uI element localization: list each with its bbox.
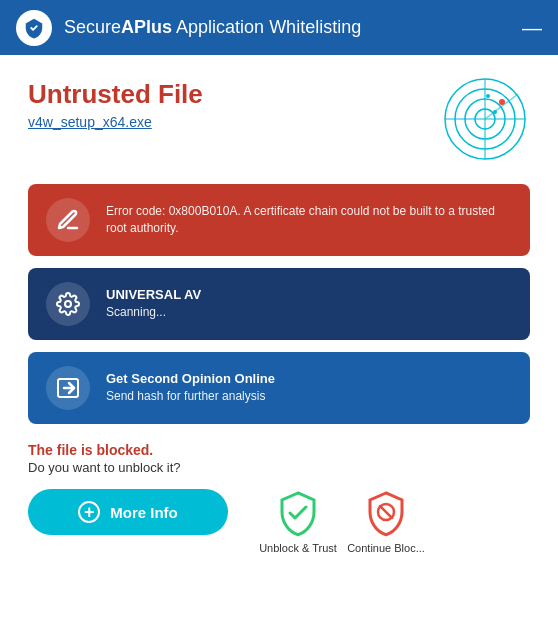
svg-line-14: [380, 506, 392, 518]
second-opinion-card[interactable]: Get Second Opinion Online Send hash for …: [28, 352, 530, 424]
radar-icon: [440, 74, 530, 164]
universal-av-title: UNIVERSAL AV: [106, 287, 201, 302]
main-content: Untrusted File v4w_setup_x64.exe: [0, 55, 558, 644]
app-logo: [16, 10, 52, 46]
title-bar: SecureAPlus Application Whitelisting —: [0, 0, 558, 55]
more-info-button[interactable]: + More Info: [28, 489, 228, 535]
unblock-trust-button[interactable]: Unblock & Trust: [258, 489, 338, 555]
close-button[interactable]: —: [522, 18, 542, 38]
action-area: + More Info Unblock & Trust: [28, 489, 530, 555]
second-opinion-title: Get Second Opinion Online: [106, 371, 275, 386]
universal-av-card: UNIVERSAL AV Scanning...: [28, 268, 530, 340]
second-opinion-content: Get Second Opinion Online Send hash for …: [106, 371, 275, 405]
error-card-content: Error code: 0x800B010A. A certificate ch…: [106, 203, 512, 237]
more-info-label: More Info: [110, 504, 178, 521]
svg-point-8: [493, 110, 497, 114]
header-text: Untrusted File v4w_setup_x64.exe: [28, 79, 430, 130]
svg-point-7: [499, 99, 505, 105]
trust-actions: Unblock & Trust Continue Bloc...: [258, 489, 426, 555]
unblock-question: Do you want to unblock it?: [28, 460, 530, 475]
continue-block-button[interactable]: Continue Bloc...: [346, 489, 426, 555]
plus-circle-icon: +: [78, 501, 100, 523]
second-opinion-subtitle: Send hash for further analysis: [106, 388, 275, 405]
app-title: SecureAPlus Application Whitelisting: [64, 17, 522, 38]
header-area: Untrusted File v4w_setup_x64.exe: [28, 79, 530, 164]
svg-point-9: [486, 94, 490, 98]
unblock-trust-label: Unblock & Trust: [259, 541, 337, 555]
universal-av-content: UNIVERSAL AV Scanning...: [106, 287, 201, 321]
shield-check-icon: [274, 489, 322, 537]
untrusted-title: Untrusted File: [28, 79, 430, 110]
svg-point-10: [65, 301, 71, 307]
blocked-text: The file is blocked.: [28, 442, 530, 458]
continue-block-label: Continue Bloc...: [347, 541, 425, 555]
shield-ban-icon: [362, 489, 410, 537]
error-card-icon: [46, 198, 90, 242]
error-card-text: Error code: 0x800B010A. A certificate ch…: [106, 203, 512, 237]
universal-av-status: Scanning...: [106, 304, 201, 321]
universal-av-icon: [46, 282, 90, 326]
filename[interactable]: v4w_setup_x64.exe: [28, 114, 430, 130]
second-opinion-icon: [46, 366, 90, 410]
error-card: Error code: 0x800B010A. A certificate ch…: [28, 184, 530, 256]
bottom-section: The file is blocked. Do you want to unbl…: [28, 442, 530, 555]
